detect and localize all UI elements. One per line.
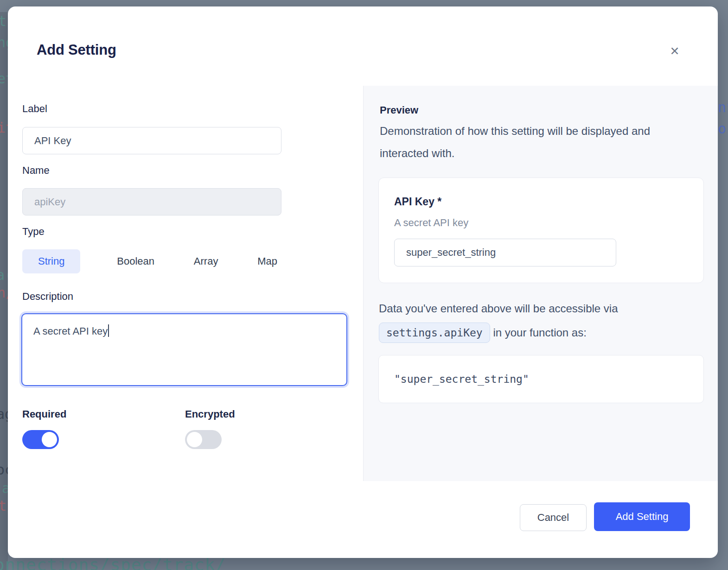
toggle-knob xyxy=(187,432,202,447)
type-tabs: String Boolean Array Map xyxy=(22,249,280,273)
preview-panel: Preview Demonstration of how this settin… xyxy=(363,86,718,481)
preview-heading: Preview xyxy=(380,104,418,116)
access-text-before: Data you've entered above will be access… xyxy=(379,302,618,315)
label-field-label: Label xyxy=(22,103,47,115)
name-field-label: Name xyxy=(22,165,50,177)
description-text: A secret API key xyxy=(33,325,108,337)
preview-description: Demonstration of how this setting will b… xyxy=(380,120,688,165)
screen: { "backdrop": { "base_color": "#76828f",… xyxy=(0,0,728,570)
description-textarea[interactable]: A secret API key xyxy=(21,313,347,386)
type-field-label: Type xyxy=(22,226,45,238)
cancel-button[interactable]: Cancel xyxy=(520,504,587,531)
bg-code-fragment: or xyxy=(718,120,728,137)
type-tab-string[interactable]: String xyxy=(22,249,80,273)
bg-code-fragment: nf xyxy=(718,99,728,115)
required-toggle[interactable] xyxy=(22,430,59,449)
preview-field-title: API Key * xyxy=(394,196,441,208)
encrypted-toggle-label: Encrypted xyxy=(185,408,235,420)
encrypted-toggle[interactable] xyxy=(185,430,222,449)
add-setting-button[interactable]: Add Setting xyxy=(594,502,690,531)
toggle-knob xyxy=(42,432,57,447)
preview-access-text: Data you've entered above will be access… xyxy=(379,297,690,345)
required-toggle-label: Required xyxy=(22,408,66,420)
preview-field-input[interactable] xyxy=(394,239,616,266)
name-input xyxy=(22,188,281,215)
label-input[interactable] xyxy=(22,127,281,154)
type-tab-boolean[interactable]: Boolean xyxy=(114,249,157,273)
modal-title: Add Setting xyxy=(37,42,116,58)
text-caret xyxy=(108,324,109,337)
description-field-label: Description xyxy=(22,291,73,303)
preview-field-card: API Key * A secret API key xyxy=(378,177,704,283)
add-setting-modal: Add Setting ✕ Label Name Type String Boo… xyxy=(8,6,718,558)
access-text-after: in your function as: xyxy=(493,326,586,339)
code-preview-value: "super_secret_string" xyxy=(394,373,529,385)
close-icon[interactable]: ✕ xyxy=(664,41,685,61)
type-tab-map[interactable]: Map xyxy=(255,249,280,273)
preview-field-help: A secret API key xyxy=(394,217,468,229)
settings-apikey-chip: settings.apiKey xyxy=(379,323,490,343)
bg-code-fragment: t xyxy=(0,13,6,29)
type-tab-array[interactable]: Array xyxy=(191,249,221,273)
preview-code-block: "super_secret_string" xyxy=(378,355,704,403)
